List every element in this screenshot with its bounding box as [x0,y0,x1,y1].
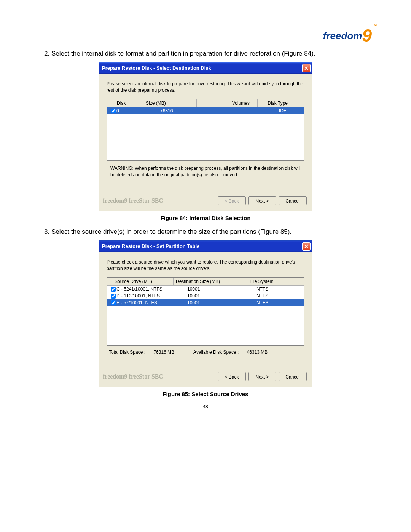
logo-nine: 9 [362,25,372,46]
divider [99,189,312,189]
table-row[interactable]: 0 76316 IDE [107,107,304,114]
cell-fs: NTFS [238,286,284,292]
page-number: 48 [34,404,377,409]
back-button: < Back [218,196,246,205]
figure-84-caption: Figure 84: Internal Disk Selection [34,215,377,221]
source-drive-table: Source Drive (MB) Destination Size (MB) … [107,277,304,346]
col-disk-type[interactable]: Disk Type [258,99,292,107]
col-volumes[interactable]: Volumes [197,99,258,107]
cell-size: 76316 [143,108,197,114]
dialog-set-partition-table: Prepare Restore Disk - Set Partition Tab… [99,240,312,387]
logo: freedom9TM [34,23,377,43]
dialog-instruction: Please select an internal disk to prepar… [107,81,304,94]
close-icon[interactable]: ✕ [302,64,311,72]
cancel-button[interactable]: Cancel [279,372,307,381]
row-checkbox[interactable] [111,294,116,299]
cell-disk: 0 [116,108,119,113]
divider [99,365,312,365]
back-button[interactable]: < Back [218,372,246,381]
row-checkbox[interactable] [111,287,116,292]
next-button[interactable]: Next > [248,196,276,205]
cell-dest: 10001 [174,300,238,306]
titlebar[interactable]: Prepare Restore Disk - Select Destinatio… [99,62,312,74]
brand-text: freedom9 freeStor SBC [103,197,163,204]
table-row[interactable]: D - 113/10001, NTFS10001NTFS [107,292,304,299]
close-icon[interactable]: ✕ [302,242,311,251]
cancel-button[interactable]: Cancel [279,196,307,205]
cell-dest: 10001 [174,293,238,299]
cell-dest: 10001 [174,286,238,292]
col-size[interactable]: Size (MB) [143,99,197,107]
disk-table: Disk Size (MB) Volumes Disk Type 0 76316… [107,99,304,161]
brand-text: freedom9 freeStor SBC [103,373,163,380]
col-file-system[interactable]: File System [238,278,284,285]
figure-85-caption: Figure 85: Select Source Drives [34,391,377,397]
logo-tm: TM [372,23,377,27]
cell-source: E - 57/10001, NTFS [116,300,157,305]
cell-fs: NTFS [238,300,284,306]
cell-volumes [197,110,258,111]
step-3-text: Select the source drive(s) in order to d… [51,227,377,236]
cell-source: C - 5241/10001, NTFS [116,286,162,292]
cell-fs: NTFS [238,293,284,299]
row-checkbox[interactable] [111,300,116,305]
titlebar[interactable]: Prepare Restore Disk - Set Partition Tab… [99,241,312,252]
table-row[interactable]: C - 5241/10001, NTFS10001NTFS [107,286,304,292]
next-button[interactable]: Next > [248,372,276,381]
row-checkbox[interactable] [111,109,116,113]
step-2-text: Select the internal disk to format and p… [51,49,377,58]
total-label: Total Disk Space : [109,350,145,355]
dialog-title: Prepare Restore Disk - Set Partition Tab… [102,243,199,249]
total-value: 76316 MB [153,350,174,355]
logo-text: freedom [323,30,362,42]
col-dest-size[interactable]: Destination Size (MB) [174,278,238,285]
col-source-drive[interactable]: Source Drive (MB) [107,278,174,285]
dialog-instruction: Please check a source drive which you wa… [107,259,304,272]
col-disk[interactable]: Disk [107,99,143,107]
totals-row: Total Disk Space : 76316 MB Available Di… [107,346,304,356]
cell-source: D - 113/10001, NTFS [116,293,160,299]
dialog-select-destination-disk: Prepare Restore Disk - Select Destinatio… [99,62,312,211]
avail-label: Available Disk Space : [193,350,239,355]
warning-text: WARNING: When performs the disk preparin… [107,161,304,181]
cell-type: IDE [258,108,292,114]
table-row[interactable]: E - 57/10001, NTFS10001NTFS [107,299,304,306]
avail-value: 46313 MB [247,350,268,355]
dialog-title: Prepare Restore Disk - Select Destinatio… [102,65,211,71]
